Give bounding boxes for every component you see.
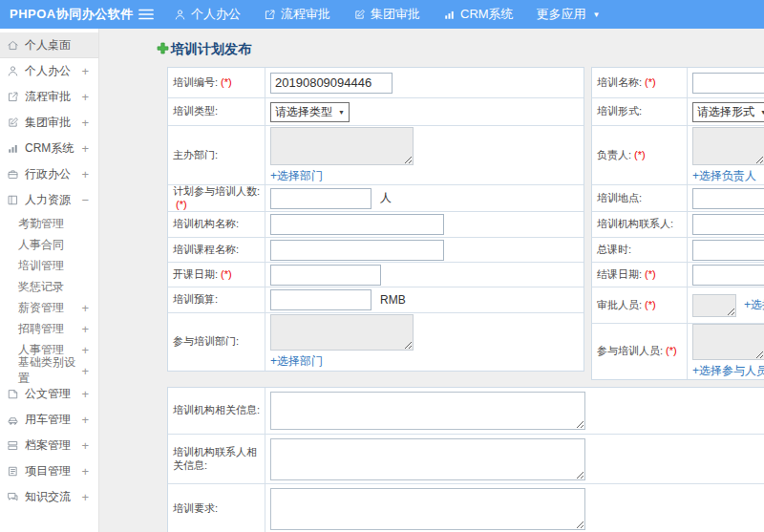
host-dept-field: +选择部门 [265,126,584,184]
sidebar-item-document-mgmt[interactable]: 公文管理+ [0,381,98,407]
expand-plus-icon[interactable]: + [81,323,89,335]
nav-item-label: 个人办公 [191,6,241,23]
sidebar-item-personal-desktop[interactable]: 个人桌面 [0,32,98,58]
sidebar-item-vehicle-mgmt[interactable]: 用车管理+ [0,407,98,433]
sidebar-subitem-reward-records[interactable]: 奖惩记录 [0,276,98,297]
expand-plus-icon[interactable]: + [81,414,89,426]
sidebar-item-label: 人力资源 [25,192,71,208]
training-name-row: 培训名称:(*) [592,68,764,98]
org-name-input[interactable] [270,214,444,235]
leader-textarea[interactable] [692,127,764,165]
expand-plus-icon[interactable]: + [81,465,89,478]
required-mark: (*) [666,345,677,358]
host-dept-select-link[interactable]: +选择部门 [270,168,323,184]
training-type-select-value: 请选择类型 [275,104,332,120]
flow-icon [264,9,276,21]
nav-item-more-apps[interactable]: 更多应用▼ [537,6,601,23]
sidebar-item-human-resources[interactable]: 人力资源− [0,187,98,213]
org-contact-info-textarea[interactable] [270,438,585,480]
planned-participants-unit: 人 [380,190,392,206]
nav-item-group-approval[interactable]: 集团审批 [353,6,420,23]
expand-plus-icon[interactable]: + [81,344,89,356]
collapse-minus-icon[interactable]: − [81,194,89,206]
training-type-label-text: 培训类型: [173,105,218,118]
sidebar-item-workflow-approval[interactable]: 流程审批+ [0,84,98,110]
expand-plus-icon[interactable]: + [81,302,89,314]
sidebar-subitem-label: 招聘管理 [18,321,64,337]
sidebar-subitem-attendance-mgmt[interactable]: 考勤管理 [0,213,98,234]
expand-plus-icon[interactable]: + [81,168,89,181]
course-name-input[interactable] [270,240,444,261]
sidebar-item-admin-office[interactable]: 行政办公+ [0,161,98,187]
course-name-row: 培训课程名称: [168,238,584,263]
sidebar-item-group-approval[interactable]: 集团审批+ [0,110,98,136]
org-contact-field [688,212,764,237]
book-icon [7,194,19,206]
chart-icon [7,142,19,155]
start-date-input[interactable] [270,265,381,286]
training-no-input[interactable] [270,73,393,94]
sidebar-item-archive-mgmt[interactable]: 档案管理+ [0,433,98,458]
host-dept-textarea[interactable] [270,127,414,165]
total-hours-input[interactable] [692,240,764,261]
sidebar-subitem-training-mgmt[interactable]: 培训管理 [0,255,98,276]
sidebar-item-label: 个人办公 [25,63,71,79]
planned-participants-input[interactable] [270,188,371,209]
participants-textarea[interactable] [692,324,764,360]
expand-plus-icon[interactable]: + [81,91,89,103]
sidebar-subitem-salary-mgmt[interactable]: 薪资管理+ [0,297,98,318]
nav-item-workflow-approval[interactable]: 流程审批 [264,6,330,23]
sidebar-item-knowledge-exchange[interactable]: 知识交流+ [0,484,98,510]
sidebar-item-project-mgmt[interactable]: 项目管理+ [0,458,98,484]
expand-plus-icon[interactable]: + [81,439,89,452]
expand-plus-icon[interactable]: + [81,117,89,129]
required-mark: (*) [645,299,656,312]
training-form-row: 培训形式:请选择形式▼ [592,98,764,126]
form-top-section: 培训编号:(*)培训类型:请选择类型▼主办部门:+选择部门计划参与培训人数:(*… [167,67,764,380]
sidebar-subitem-base-category-settings[interactable]: 基础类别设置+ [0,360,98,381]
total-hours-label-text: 总课时: [597,244,631,257]
approvers-textarea[interactable] [692,294,736,317]
participants-field: +选择参与人员 [688,324,764,379]
sidebar: 个人桌面个人办公+流程审批+集团审批+CRM系统+行政办公+人力资源−考勤管理人… [0,29,99,532]
nav-item-personal-office[interactable]: 个人办公 [174,6,241,23]
approvers-select-link[interactable]: +选择审批人员 [744,297,764,313]
org-contact-input[interactable] [692,214,764,235]
budget-input[interactable] [270,289,371,310]
participant-depts-select-link[interactable]: +选择部门 [270,353,323,370]
participant-depts-textarea[interactable] [270,314,414,351]
expand-plus-icon[interactable]: + [81,388,89,400]
sidebar-item-crm-system[interactable]: CRM系统+ [0,136,98,161]
leader-select-link[interactable]: +选择负责人 [692,168,756,184]
participant-depts-label-text: 参与培训部门: [173,335,239,349]
participants-select-link[interactable]: +选择参与人员 [692,363,764,379]
training-form-select-value: 请选择形式 [697,104,754,120]
sidebar-subitem-personnel-contract[interactable]: 人事合同 [0,234,98,255]
expand-plus-icon[interactable]: + [81,65,89,77]
end-date-input[interactable] [692,265,764,286]
training-name-input[interactable] [692,73,764,94]
nav-item-crm-system[interactable]: CRM系统 [443,6,514,23]
start-date-label-text: 开课日期: [173,268,218,282]
sidebar-subitem-label: 考勤管理 [18,216,64,232]
end-date-row: 结课日期:(*) [592,263,764,287]
training-requirements-textarea[interactable] [270,488,585,530]
leader-label: 负责人:(*) [592,126,688,184]
expand-plus-icon[interactable]: + [81,365,89,377]
expand-plus-icon[interactable]: + [81,491,89,503]
training-type-select[interactable]: 请选择类型▼ [270,102,350,122]
budget-label: 培训预算: [168,287,265,312]
org-info-textarea[interactable] [270,392,585,430]
training-form-select[interactable]: 请选择形式▼ [692,102,764,122]
expand-plus-icon[interactable]: + [81,142,89,155]
budget-unit: RMB [380,293,406,307]
training-place-input[interactable] [692,188,764,209]
sidebar-item-personal-office[interactable]: 个人办公+ [0,58,98,84]
training-requirements-label-text: 培训要求: [173,502,218,516]
org-contact-info-label-text: 培训机构联系人相关信息: [173,446,262,473]
participant-depts-label: 参与培训部门: [168,313,265,371]
training-form-label: 培训形式: [592,98,688,125]
sidebar-subitem-recruit-mgmt[interactable]: 招聘管理+ [0,318,98,339]
hamburger-menu-icon[interactable] [132,9,160,20]
approvers-field: +选择审批人员 [688,287,764,323]
